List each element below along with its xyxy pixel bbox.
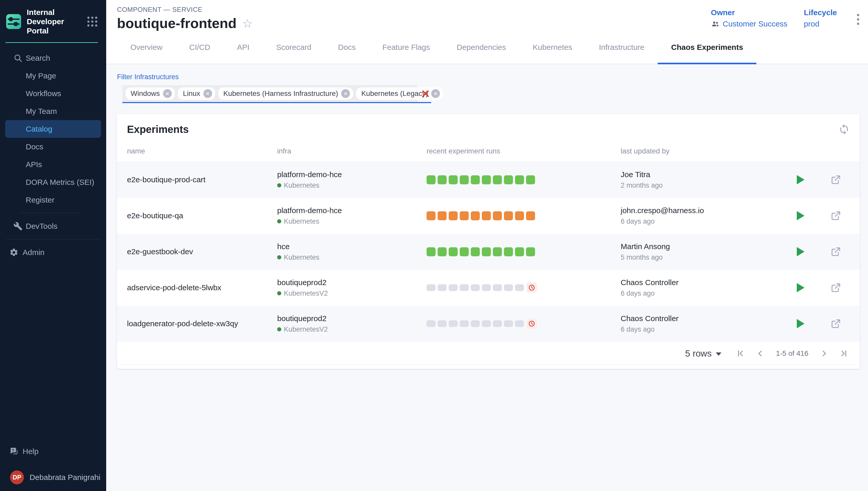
open-in-new-icon[interactable] xyxy=(831,174,841,185)
run-status-square[interactable] xyxy=(515,284,524,291)
run-status-square[interactable] xyxy=(471,247,480,256)
run-status-square[interactable] xyxy=(449,320,458,327)
run-experiment-button[interactable] xyxy=(797,211,805,220)
run-status-square[interactable] xyxy=(427,284,436,291)
run-status-square[interactable] xyxy=(526,211,535,220)
run-status-square[interactable] xyxy=(427,320,436,327)
tab-docs[interactable]: Docs xyxy=(325,31,369,64)
tab-feature-flags[interactable]: Feature Flags xyxy=(369,31,443,64)
tab-overview[interactable]: Overview xyxy=(117,31,176,64)
tab-api[interactable]: API xyxy=(224,31,263,64)
run-status-square[interactable] xyxy=(482,175,491,184)
open-in-new-icon[interactable] xyxy=(831,318,841,329)
run-experiment-button[interactable] xyxy=(797,175,805,184)
tab-scorecard[interactable]: Scorecard xyxy=(263,31,325,64)
run-status-square[interactable] xyxy=(438,320,446,327)
more-options-button[interactable] xyxy=(853,12,863,27)
tab-kubernetes[interactable]: Kubernetes xyxy=(519,31,585,64)
run-status-square[interactable] xyxy=(471,211,480,220)
owner-link[interactable]: Customer Success xyxy=(711,20,787,28)
run-status-square[interactable] xyxy=(460,247,469,256)
run-status-square[interactable] xyxy=(471,175,480,184)
chip-remove-icon[interactable]: × xyxy=(163,89,172,98)
run-status-square[interactable] xyxy=(449,284,458,291)
run-status-square[interactable] xyxy=(493,284,502,291)
run-status-square[interactable] xyxy=(504,320,513,327)
sidebar-item-help[interactable]: ? Help xyxy=(0,442,106,460)
tab-infrastructure[interactable]: Infrastructure xyxy=(586,31,658,64)
run-status-square[interactable] xyxy=(460,211,469,220)
filter-chip-windows[interactable]: Windows× xyxy=(125,87,175,100)
sidebar-item-my-page[interactable]: My Page xyxy=(0,67,106,85)
run-status-square[interactable] xyxy=(460,284,469,291)
run-status-square[interactable] xyxy=(438,175,446,184)
run-status-square[interactable] xyxy=(427,211,436,220)
sidebar-item-catalog[interactable]: Catalog xyxy=(5,120,101,138)
run-status-square[interactable] xyxy=(460,175,469,184)
run-status-square[interactable] xyxy=(438,284,446,291)
next-page-button[interactable] xyxy=(820,349,829,358)
filter-chip-linux[interactable]: Linux× xyxy=(178,87,215,100)
chip-remove-icon[interactable]: × xyxy=(341,89,350,98)
run-status-square[interactable] xyxy=(460,320,469,327)
favorite-star-icon[interactable]: ☆ xyxy=(242,18,253,29)
first-page-button[interactable] xyxy=(736,349,745,358)
tab-dependencies[interactable]: Dependencies xyxy=(443,31,519,64)
run-status-square[interactable] xyxy=(526,247,535,256)
run-experiment-button[interactable] xyxy=(797,247,805,256)
sidebar-item-docs[interactable]: Docs xyxy=(0,138,106,155)
run-status-square[interactable] xyxy=(438,211,446,220)
run-status-square[interactable] xyxy=(493,247,502,256)
run-status-square[interactable] xyxy=(482,247,491,256)
run-status-square[interactable] xyxy=(427,247,436,256)
open-in-new-icon[interactable] xyxy=(831,210,841,221)
run-status-square[interactable] xyxy=(526,175,535,184)
sidebar-item-devtools[interactable]: DevTools xyxy=(0,217,106,235)
filter-chips-input[interactable]: Windows×Linux×Kubernetes (Harness Infras… xyxy=(122,85,417,102)
sidebar-item-apis[interactable]: APIs xyxy=(0,155,106,173)
refresh-icon[interactable] xyxy=(838,123,850,135)
run-status-square[interactable] xyxy=(515,211,524,220)
filter-chip-kubernetes-harness-infrastructure[interactable]: Kubernetes (Harness Infrastructure)× xyxy=(218,87,353,100)
run-status-square[interactable] xyxy=(427,175,436,184)
apps-grid-icon[interactable] xyxy=(86,15,99,28)
run-experiment-button[interactable] xyxy=(797,283,805,292)
filter-infrastructures-link[interactable]: Filter Infrastructures xyxy=(117,73,179,81)
last-page-button[interactable] xyxy=(839,349,848,358)
sidebar-item-register[interactable]: Register xyxy=(0,191,106,209)
open-in-new-icon[interactable] xyxy=(831,282,841,293)
run-status-square[interactable] xyxy=(482,211,491,220)
run-status-square[interactable] xyxy=(504,211,513,220)
tab-chaos-experiments[interactable]: Chaos Experiments xyxy=(658,31,756,64)
chip-remove-icon[interactable]: × xyxy=(431,89,440,98)
chip-remove-icon[interactable]: × xyxy=(203,89,212,98)
prev-page-button[interactable] xyxy=(755,349,764,358)
run-status-square[interactable] xyxy=(438,247,446,256)
clear-filters-button[interactable] xyxy=(421,88,431,99)
run-status-square[interactable] xyxy=(504,284,513,291)
tab-ci-cd[interactable]: CI/CD xyxy=(176,31,224,64)
run-status-square[interactable] xyxy=(515,320,524,327)
run-status-square[interactable] xyxy=(515,247,524,256)
table-row[interactable]: adservice-pod-delete-5lwbxboutiqueprod2K… xyxy=(117,270,860,306)
run-status-square[interactable] xyxy=(449,175,458,184)
sidebar-item-workflows[interactable]: Workflows xyxy=(0,85,106,102)
run-status-square[interactable] xyxy=(482,320,491,327)
table-row[interactable]: e2e-boutique-prod-cartplatform-demo-hceK… xyxy=(117,162,860,198)
run-status-square[interactable] xyxy=(493,175,502,184)
run-experiment-button[interactable] xyxy=(797,319,805,328)
run-status-square[interactable] xyxy=(493,211,502,220)
run-status-square[interactable] xyxy=(493,320,502,327)
table-row[interactable]: e2e-boutique-qaplatform-demo-hceKubernet… xyxy=(117,198,860,234)
scheduled-run-tile[interactable] xyxy=(526,283,537,293)
sidebar-item-search[interactable]: Search xyxy=(0,49,106,67)
rows-per-page-select[interactable]: 5 rows xyxy=(685,348,721,358)
run-status-square[interactable] xyxy=(482,284,491,291)
open-in-new-icon[interactable] xyxy=(831,246,841,257)
table-row[interactable]: loadgenerator-pod-delete-xw3qyboutiquepr… xyxy=(117,306,860,342)
sidebar-item-admin[interactable]: Admin xyxy=(0,243,106,261)
run-status-square[interactable] xyxy=(504,175,513,184)
run-status-square[interactable] xyxy=(471,284,480,291)
sidebar-item-my-team[interactable]: My Team xyxy=(0,102,106,120)
run-status-square[interactable] xyxy=(504,247,513,256)
